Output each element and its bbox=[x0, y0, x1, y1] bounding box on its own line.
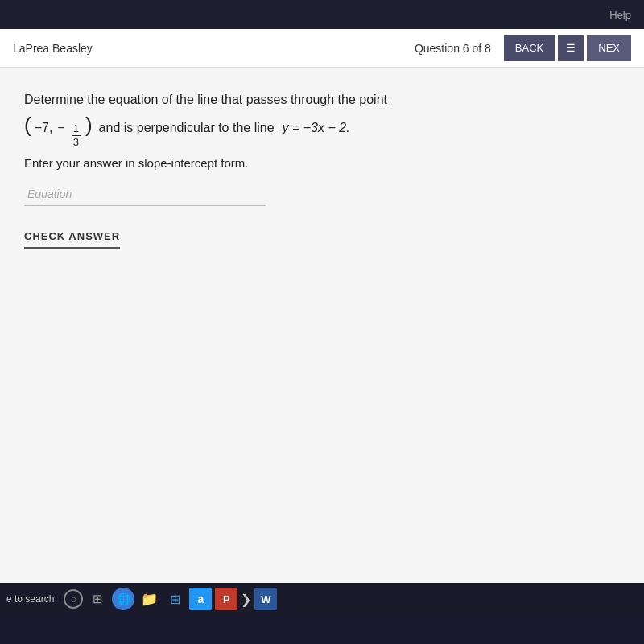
question-intro: Determine the equation of the line that … bbox=[24, 90, 620, 109]
taskbar-a-icon[interactable]: a bbox=[189, 588, 212, 610]
sub-header: LaPrea Beasley Question 6 of 8 BACK ☰ NE… bbox=[0, 29, 644, 68]
fraction-denominator: 3 bbox=[72, 136, 80, 149]
math-expression: ( −7, − 1 3 ) and is perpendicular to th… bbox=[24, 114, 620, 148]
question-info: Question 6 of 8 bbox=[415, 42, 491, 55]
main-content: tor Determine the equation of the line t… bbox=[0, 68, 644, 612]
open-paren: ( bbox=[24, 114, 31, 135]
screen: Help LaPrea Beasley Question 6 of 8 BACK… bbox=[0, 0, 644, 612]
user-name: LaPrea Beasley bbox=[13, 42, 415, 55]
instruction-text: Enter your answer in slope-intercept for… bbox=[24, 156, 620, 170]
browser-icon[interactable]: 🌐 bbox=[112, 588, 134, 610]
taskbar-search-text: e to search bbox=[6, 593, 54, 605]
taskbar-p-icon[interactable]: P bbox=[215, 588, 237, 610]
point-x: −7, bbox=[35, 115, 53, 141]
taskbar-w-icon[interactable]: W bbox=[254, 588, 277, 610]
close-paren: ) bbox=[85, 114, 93, 135]
fraction-numerator: 1 bbox=[72, 122, 80, 136]
fraction: 1 3 bbox=[72, 122, 80, 148]
menu-button[interactable]: ☰ bbox=[558, 35, 584, 61]
check-answer-button[interactable]: CHECK ANSWER bbox=[24, 225, 120, 249]
windows-icon[interactable]: ⊞ bbox=[163, 588, 186, 610]
back-button[interactable]: BACK bbox=[504, 35, 555, 61]
equation-input[interactable] bbox=[24, 183, 266, 206]
equation-input-row bbox=[24, 183, 620, 206]
search-icon[interactable]: ○ bbox=[64, 589, 83, 609]
taskbar-arrow-icon[interactable]: ❯ bbox=[241, 592, 251, 607]
help-link[interactable]: Help bbox=[609, 9, 631, 21]
task-view-icon[interactable]: ⊞ bbox=[86, 588, 109, 610]
folder-icon[interactable]: 📁 bbox=[138, 588, 160, 610]
taskbar: e to search ○ ⊞ 🌐 📁 ⊞ a P ❯ W bbox=[0, 583, 644, 615]
equation-display: y = −3x − 2. bbox=[283, 115, 350, 141]
next-button[interactable]: NEX bbox=[587, 35, 631, 61]
and-text: and is perpendicular to the line bbox=[99, 115, 275, 141]
top-bar: Help bbox=[0, 0, 644, 29]
